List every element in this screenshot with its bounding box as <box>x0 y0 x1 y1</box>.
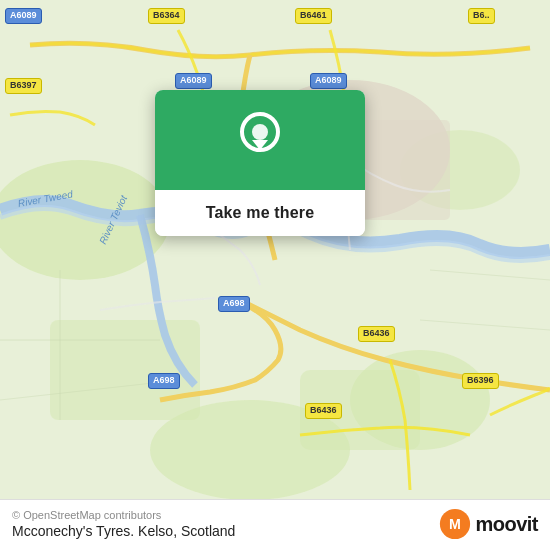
road-badge-a6089-tl: A6089 <box>5 8 42 24</box>
road-badge-a6089-mid: A6089 <box>175 73 212 89</box>
road-badge-a698-bottom: A698 <box>148 373 180 389</box>
map-svg <box>0 0 550 550</box>
svg-text:M: M <box>450 516 462 532</box>
bottom-left: © OpenStreetMap contributors Mcconechy's… <box>12 509 235 539</box>
road-badge-b-tr: B6.. <box>468 8 495 24</box>
road-badge-b6461: B6461 <box>295 8 332 24</box>
road-badge-a698-mid: A698 <box>218 296 250 312</box>
popup-card: Take me there <box>155 90 365 236</box>
popup-green-area <box>155 90 365 190</box>
copyright-text: © OpenStreetMap contributors <box>12 509 235 521</box>
road-badge-b6364: B6364 <box>148 8 185 24</box>
map-container: A6089 B6364 B6461 B6.. B6397 A6089 A6089… <box>0 0 550 550</box>
road-badge-b6397: B6397 <box>5 78 42 94</box>
road-badge-a6089-right: A6089 <box>310 73 347 89</box>
svg-point-15 <box>252 124 268 140</box>
moovit-icon: M <box>439 508 471 540</box>
svg-rect-4 <box>50 320 200 420</box>
location-pin-icon <box>235 112 285 172</box>
take-me-there-button[interactable]: Take me there <box>155 190 365 236</box>
moovit-text: moovit <box>475 513 538 536</box>
location-label: Mcconechy's Tyres. Kelso, Scotland <box>12 523 235 539</box>
road-badge-b6436-bottom: B6436 <box>305 403 342 419</box>
road-badge-b6396: B6396 <box>462 373 499 389</box>
moovit-logo: M moovit <box>439 508 538 540</box>
road-badge-b6436-right: B6436 <box>358 326 395 342</box>
bottom-bar: © OpenStreetMap contributors Mcconechy's… <box>0 499 550 550</box>
